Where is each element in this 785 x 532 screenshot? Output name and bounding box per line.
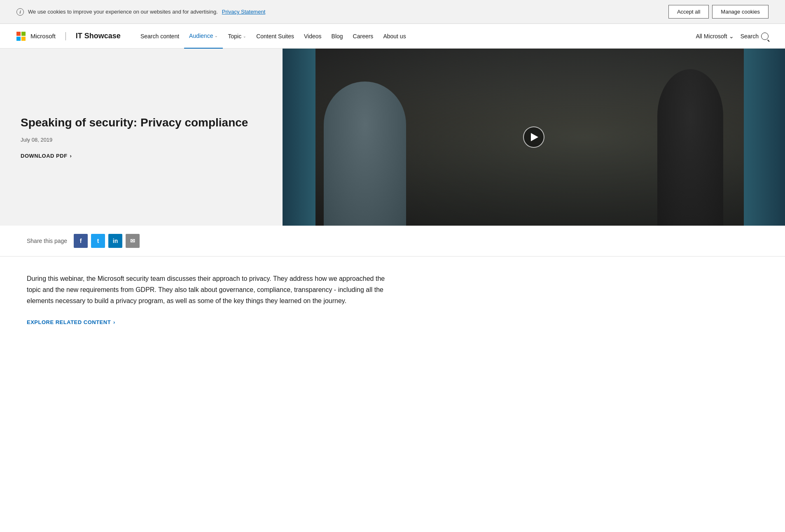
topic-chevron: ⌄ <box>243 34 246 38</box>
privacy-statement-link[interactable]: Privacy Statement <box>222 9 266 15</box>
explore-related-content-link[interactable]: EXPLORE RELATED CONTENT › <box>27 319 385 325</box>
cookie-message: We use cookies to improve your experienc… <box>28 9 218 15</box>
all-microsoft-button[interactable]: All Microsoft ⌄ <box>696 33 734 40</box>
nav-careers[interactable]: Careers <box>348 24 378 49</box>
share-section: Share this page f t in ✉ <box>0 226 785 257</box>
accept-all-button[interactable]: Accept all <box>668 5 709 19</box>
cookie-banner: i We use cookies to improve your experie… <box>0 0 785 24</box>
video-scene <box>283 49 785 226</box>
person-left-silhouette <box>324 82 406 226</box>
microsoft-logo[interactable] <box>16 32 26 41</box>
nav-about-us[interactable]: About us <box>378 24 411 49</box>
info-icon: i <box>16 8 24 16</box>
person-right-silhouette <box>657 69 723 226</box>
site-name[interactable]: IT Showcase <box>76 32 121 40</box>
nav-right: All Microsoft ⌄ Search <box>696 33 769 40</box>
facebook-share-button[interactable]: f <box>74 234 88 248</box>
nav-links: Search content Audience ⌄ Topic ⌄ Conten… <box>136 24 696 49</box>
hero-info: Speaking of security: Privacy compliance… <box>0 49 283 226</box>
download-pdf-link[interactable]: DOWNLOAD PDF › <box>21 153 262 159</box>
nav-videos[interactable]: Videos <box>299 24 327 49</box>
email-share-button[interactable]: ✉ <box>126 234 140 248</box>
content-section: During this webinar, the Microsoft secur… <box>0 257 412 346</box>
cookie-banner-left: i We use cookies to improve your experie… <box>16 8 265 16</box>
nav-blog[interactable]: Blog <box>327 24 348 49</box>
manage-cookies-button[interactable]: Manage cookies <box>712 5 769 19</box>
twitter-share-button[interactable]: t <box>91 234 105 248</box>
share-icons: f t in ✉ <box>74 234 140 248</box>
logo-area: Microsoft IT Showcase <box>16 32 129 41</box>
hero-title: Speaking of security: Privacy compliance <box>21 115 262 130</box>
play-button[interactable] <box>523 126 544 148</box>
share-label: Share this page <box>27 238 67 244</box>
audience-chevron: ⌄ <box>215 34 218 38</box>
play-triangle-icon <box>531 133 538 141</box>
all-ms-chevron: ⌄ <box>729 33 734 40</box>
brand-name: Microsoft <box>30 33 56 40</box>
download-chevron: › <box>70 153 72 159</box>
navigation: Microsoft IT Showcase Search content Aud… <box>0 24 785 49</box>
nav-topic[interactable]: Topic ⌄ <box>223 24 251 49</box>
nav-divider <box>65 32 66 40</box>
curtain-right <box>744 49 785 226</box>
hero-date: July 08, 2019 <box>21 137 262 143</box>
curtain-left <box>283 49 315 226</box>
search-button[interactable]: Search <box>741 33 769 40</box>
explore-chevron: › <box>113 319 115 325</box>
search-icon <box>761 33 769 40</box>
content-description: During this webinar, the Microsoft secur… <box>27 273 385 307</box>
nav-audience[interactable]: Audience ⌄ <box>184 24 223 49</box>
hero-video[interactable] <box>283 49 785 226</box>
cookie-banner-buttons: Accept all Manage cookies <box>668 5 769 19</box>
nav-content-suites[interactable]: Content Suites <box>251 24 299 49</box>
linkedin-share-button[interactable]: in <box>108 234 122 248</box>
nav-search-content[interactable]: Search content <box>136 24 184 49</box>
hero-section: Speaking of security: Privacy compliance… <box>0 49 785 226</box>
